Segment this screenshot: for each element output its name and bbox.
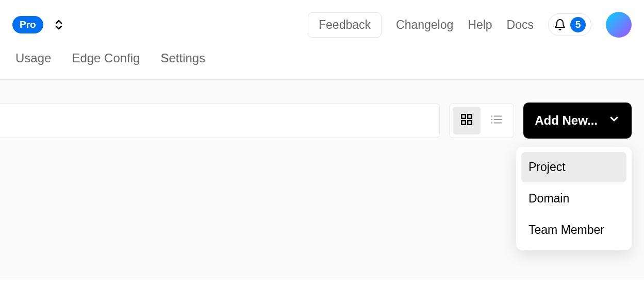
view-toggle [449,103,514,138]
scope-switcher-icon[interactable] [53,17,65,32]
svg-rect-2 [461,121,466,125]
add-new-button[interactable]: Add New... [523,103,632,139]
svg-point-8 [491,119,493,121]
bell-icon [554,19,566,31]
feedback-button[interactable]: Feedback [308,12,382,38]
dropdown-item-project[interactable]: Project [521,152,626,182]
svg-point-9 [491,122,493,124]
avatar[interactable] [606,12,632,38]
notification-count-badge: 5 [570,17,586,32]
pro-badge[interactable]: Pro [12,16,43,33]
add-new-label: Add New... [535,113,598,128]
tab-usage[interactable]: Usage [15,51,51,65]
nav-docs[interactable]: Docs [507,18,534,32]
svg-rect-1 [468,114,472,118]
grid-icon [460,113,473,128]
dropdown-item-team-member[interactable]: Team Member [521,215,626,245]
list-icon [490,113,503,128]
grid-view-button[interactable] [453,107,481,134]
add-new-dropdown: Project Domain Team Member [516,147,632,250]
notifications-button[interactable]: 5 [548,13,591,36]
tab-settings[interactable]: Settings [160,51,205,65]
svg-rect-0 [461,114,466,118]
svg-point-7 [491,115,493,117]
dropdown-item-domain[interactable]: Domain [521,183,626,214]
list-view-button[interactable] [483,107,510,134]
nav-changelog[interactable]: Changelog [396,18,453,32]
tab-edge-config[interactable]: Edge Config [72,51,140,65]
nav-help[interactable]: Help [468,18,492,32]
search-input[interactable] [0,103,440,138]
chevron-down-icon [608,113,620,128]
svg-rect-3 [468,121,472,125]
